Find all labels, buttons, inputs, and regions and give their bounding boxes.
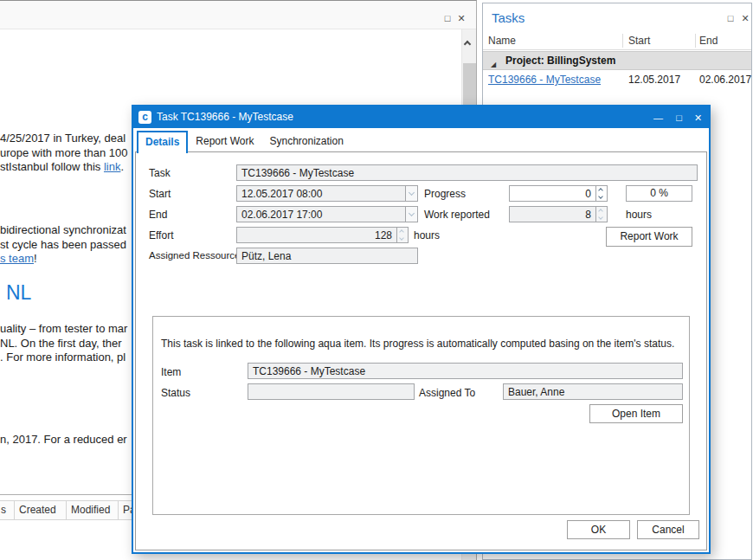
dialog-title: Task TC139666 - MyTestcase xyxy=(157,111,293,123)
doc-line-text: . xyxy=(120,160,124,173)
column-divider[interactable] xyxy=(695,34,696,48)
spin-up-icon xyxy=(397,228,408,235)
column-header-start[interactable]: Start xyxy=(628,32,650,50)
work-reported-label: Work reported xyxy=(424,209,490,221)
start-value: 12.05.2017 08:00 xyxy=(236,185,405,202)
tab-report-work[interactable]: Report Work xyxy=(188,131,261,153)
end-datetime-picker: 02.06.2017 17:00 xyxy=(236,206,418,222)
assigned-to-field: Bauer, Anne xyxy=(503,383,683,400)
doc-line: NL. On the first day, ther xyxy=(0,337,122,350)
task-end-date: 02.06.2017 xyxy=(699,71,751,88)
progress-value[interactable]: 0 xyxy=(509,185,595,202)
doc-line: st cycle has been passed xyxy=(0,238,126,251)
close-icon[interactable]: ✕ xyxy=(691,111,705,125)
task-dialog: c Task TC139666 - MyTestcase — □ ✕ Detai… xyxy=(132,105,711,554)
tasks-grid-header: Name Start End xyxy=(483,32,751,50)
work-reported-unit: hours xyxy=(626,209,652,221)
doc-line: s team! xyxy=(0,252,37,265)
report-work-button[interactable]: Report Work xyxy=(606,227,692,247)
doc-line: bidirectional synchronizat xyxy=(0,223,126,236)
group-row-label: Project: BillingSystem xyxy=(505,52,615,69)
ok-button[interactable]: OK xyxy=(567,520,630,539)
app-logo-icon: c xyxy=(138,111,151,124)
status-label: Status xyxy=(161,387,190,399)
doc-line-text: ! xyxy=(34,252,37,265)
tab-details[interactable]: Details xyxy=(137,131,188,153)
tab-strip: Details Report Work Synchronization xyxy=(137,131,351,153)
end-label: End xyxy=(149,209,167,221)
work-reported-value: 8 xyxy=(509,206,595,222)
open-item-button[interactable]: Open Item xyxy=(589,404,683,423)
scroll-up-icon[interactable] xyxy=(465,42,473,50)
progress-spinner[interactable]: 0 xyxy=(509,185,608,202)
progress-label: Progress xyxy=(424,188,466,200)
close-icon[interactable]: ✕ xyxy=(739,12,751,24)
task-link[interactable]: TC139666 - MyTestcase xyxy=(488,71,601,88)
maximize-icon[interactable]: □ xyxy=(724,12,737,24)
cancel-button[interactable]: Cancel xyxy=(637,520,699,539)
doc-hyperlink[interactable]: s team xyxy=(0,252,34,265)
doc-line: . For more information, pl xyxy=(0,351,126,364)
assigned-to-label: Assigned To xyxy=(419,387,475,399)
spin-down-icon xyxy=(397,235,408,243)
spin-buttons xyxy=(396,227,409,243)
spin-down-icon[interactable] xyxy=(596,194,607,202)
doc-line: 4/25/2017 in Turkey, deal xyxy=(0,132,126,145)
minimize-icon[interactable]: — xyxy=(651,111,666,125)
doc-hyperlink[interactable]: link xyxy=(104,160,121,173)
column-header-created[interactable]: Created xyxy=(15,501,67,519)
doc-line: n, 2017. For a reduced er xyxy=(0,433,127,446)
column-divider[interactable] xyxy=(622,34,623,48)
effort-spinner: 128 xyxy=(236,227,409,243)
maximize-icon[interactable]: □ xyxy=(441,12,454,24)
column-header-modified[interactable]: Modified xyxy=(67,501,119,519)
progress-bar: 0 % xyxy=(626,185,692,202)
column-header[interactable]: s xyxy=(0,501,15,519)
linked-item-info-text: This task is linked to the following aqu… xyxy=(161,338,674,350)
column-header-end[interactable]: End xyxy=(699,32,718,50)
doc-line-text: stIstanbul follow this xyxy=(0,160,104,173)
spin-up-icon xyxy=(596,207,607,215)
linked-item-groupbox: This task is linked to the following aqu… xyxy=(152,316,690,515)
effort-value: 128 xyxy=(236,227,396,243)
maximize-icon[interactable]: □ xyxy=(672,111,686,125)
end-value: 02.06.2017 17:00 xyxy=(236,206,405,222)
spin-buttons[interactable] xyxy=(595,185,608,202)
chevron-down-icon xyxy=(405,206,418,222)
spin-up-icon[interactable] xyxy=(596,186,607,194)
assigned-resource-field: Pütz, Lena xyxy=(236,248,418,264)
column-header-name[interactable]: Name xyxy=(488,32,516,50)
effort-label: Effort xyxy=(149,229,173,241)
task-label: Task xyxy=(149,167,171,179)
doc-line: urope with more than 100 xyxy=(0,146,127,159)
task-field: TC139666 - MyTestcase xyxy=(236,164,698,181)
close-icon[interactable]: ✕ xyxy=(455,12,467,24)
chevron-down-icon xyxy=(405,185,418,202)
status-field xyxy=(248,383,415,400)
doc-line: uality – from tester to mar xyxy=(0,322,127,335)
item-field: TC139666 - MyTestcase xyxy=(248,363,683,379)
item-label: Item xyxy=(161,366,181,378)
doc-heading: NL xyxy=(6,281,31,305)
dialog-titlebar[interactable]: c Task TC139666 - MyTestcase — □ ✕ xyxy=(133,106,709,128)
spin-down-icon xyxy=(596,215,607,222)
effort-unit: hours xyxy=(414,229,440,241)
tasks-window-title: Tasks xyxy=(492,10,525,25)
start-datetime-picker: 12.05.2017 08:00 xyxy=(236,185,418,202)
task-row[interactable]: TC139666 - MyTestcase 12.05.2017 02.06.2… xyxy=(483,71,751,89)
tab-synchronization[interactable]: Synchronization xyxy=(262,131,351,153)
group-row-project[interactable]: ◢ Project: BillingSystem xyxy=(483,51,751,70)
doc-line: stIstanbul follow this link. xyxy=(0,160,124,173)
spin-buttons xyxy=(595,206,608,222)
work-reported-spinner: 8 xyxy=(509,206,608,222)
assigned-resource-label: Assigned Ressource xyxy=(149,250,240,261)
start-label: Start xyxy=(149,188,171,200)
task-start-date: 12.05.2017 xyxy=(628,71,680,88)
document-window-titlebar: □ ✕ xyxy=(0,1,476,29)
desktop: □ ✕ 4/25/2017 in Turkey, deal urope with… xyxy=(0,0,753,560)
